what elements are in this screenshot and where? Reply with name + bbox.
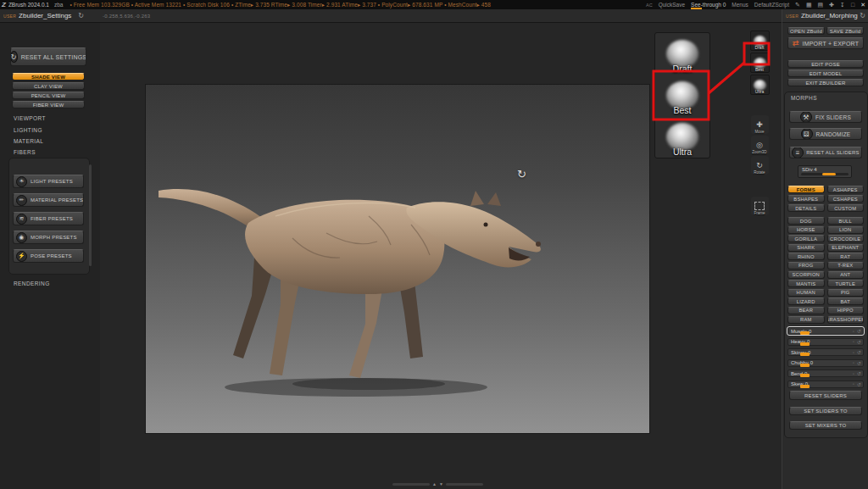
animal-frog-button[interactable]: FROG xyxy=(787,262,825,270)
animal-bat-button[interactable]: BAT xyxy=(827,297,865,305)
strip-best-button[interactable]: Best xyxy=(750,53,770,73)
animal-shark-button[interactable]: SHARK xyxy=(787,244,825,252)
left-scrollbar[interactable] xyxy=(89,164,92,266)
rotate-gizmo-icon[interactable]: ↻ xyxy=(517,168,526,181)
minimize-icon[interactable]: ↧ xyxy=(840,2,845,8)
clay-view-button[interactable]: CLAY VIEW xyxy=(12,82,85,90)
slider-dot-icon[interactable]: ◦ xyxy=(853,329,854,334)
strip-draft-button[interactable]: Draft xyxy=(750,31,770,51)
slider-handle[interactable] xyxy=(800,364,810,367)
animal-human-button[interactable]: HUMAN xyxy=(787,289,825,297)
set-mixers-to-button[interactable]: SET MIXERS TO xyxy=(789,421,862,430)
reset-sliders-button[interactable]: RESET SLIDERS xyxy=(789,391,862,400)
section-material[interactable]: MATERIAL xyxy=(14,138,43,144)
exit-zbuilder-button[interactable]: EXIT ZBUILDER xyxy=(787,79,864,86)
strip-ultra-button[interactable]: Ultra xyxy=(750,75,770,95)
section-rendering[interactable]: RENDERING xyxy=(14,281,50,286)
slider-handle[interactable] xyxy=(800,331,810,335)
category-details-button[interactable]: DETAILS xyxy=(787,204,825,212)
refresh-icon[interactable]: ↻ xyxy=(78,12,84,19)
slider-handle[interactable] xyxy=(800,342,810,346)
edit-pose-button[interactable]: EDIT POSE xyxy=(787,60,864,68)
slider-reset-icon[interactable]: ↺ xyxy=(857,349,861,355)
zscript-button[interactable]: DefaultZScript xyxy=(754,2,789,8)
quicksave-button[interactable]: QuickSave xyxy=(659,2,685,8)
animal-dog-button[interactable]: DOG xyxy=(787,217,825,225)
morph-slider-skew[interactable]: Skew 0 ◦ ↺ xyxy=(787,381,864,388)
section-fibers[interactable]: FIBERS xyxy=(14,149,36,155)
section-lighting[interactable]: LIGHTING xyxy=(14,127,42,133)
slider-dot-icon[interactable]: ◦ xyxy=(853,381,854,386)
animal-ant-button[interactable]: ANT xyxy=(827,271,865,279)
slider-reset-icon[interactable]: ↺ xyxy=(857,339,861,345)
quality-option-best[interactable]: Best xyxy=(655,75,709,116)
pencil-view-button[interactable]: PENCIL VIEW xyxy=(12,92,85,99)
morph-slider-muscle[interactable]: Muscle 0 ◦ ↺ xyxy=(787,327,864,335)
slider-reset-icon[interactable]: ↺ xyxy=(857,360,861,366)
animal-pig-button[interactable]: PIG xyxy=(827,289,865,297)
pose-presets-button[interactable]: ⚡ POSE PRESETS xyxy=(13,249,84,263)
tray-divider[interactable]: ▲ ▼ xyxy=(392,481,490,486)
edit-model-button[interactable]: EDIT MODEL xyxy=(787,69,864,77)
sdiv-slider[interactable]: SDiv 4 xyxy=(798,165,852,178)
fix-sliders-button[interactable]: ⚒ FIX SLIDERS xyxy=(789,111,862,123)
light-presets-button[interactable]: ☀ LIGHT PRESETS xyxy=(13,175,84,188)
animal-crocodile-button[interactable]: CROCODILE xyxy=(827,235,865,242)
animal-lizard-button[interactable]: LIZARD xyxy=(787,297,825,305)
slider-dot-icon[interactable]: ◦ xyxy=(853,339,854,344)
save-zbuild-button[interactable]: SAVE ZBuild xyxy=(826,27,864,35)
fiber-presets-button[interactable]: ≋ FIBER PRESETS xyxy=(13,212,84,225)
quality-option-draft[interactable]: Draft xyxy=(655,33,709,75)
menus-button[interactable]: Menus xyxy=(732,2,748,8)
animal-hippo-button[interactable]: HIPPO xyxy=(827,307,865,314)
section-viewport[interactable]: VIEWPORT xyxy=(14,115,46,121)
morph-slider-heavy[interactable]: Heavy 0 ◦ ↺ xyxy=(787,338,864,346)
frame-button[interactable]: Frame xyxy=(751,197,769,215)
animal-bull-button[interactable]: BULL xyxy=(827,217,865,225)
animal-scorpion-button[interactable]: SCORPION xyxy=(787,271,825,279)
category-bshapes-button[interactable]: BSHAPES xyxy=(787,195,825,203)
animal-turtle-button[interactable]: TURTLE xyxy=(827,280,865,287)
animal-elephant-button[interactable]: ELEPHANT xyxy=(827,244,865,252)
animal-gorilla-button[interactable]: GORILLA xyxy=(787,235,825,242)
slider-handle[interactable] xyxy=(800,385,810,388)
set-sliders-to-button[interactable]: SET SLIDERS TO xyxy=(789,407,862,415)
animal-horse-button[interactable]: HORSE xyxy=(787,226,825,234)
hand-icon[interactable]: ✚ xyxy=(829,2,834,8)
animal-rat-button[interactable]: RAT xyxy=(827,253,865,260)
tray-bar-left[interactable] xyxy=(392,483,430,486)
animal-grasshopper-button[interactable]: GRASSHOPPER xyxy=(827,316,865,324)
tray-up-icon[interactable]: ▲ xyxy=(432,482,437,486)
slider-handle[interactable] xyxy=(800,353,810,356)
see-through-slider[interactable]: See-through 0 xyxy=(691,2,726,8)
category-ashapes-button[interactable]: ASHAPES xyxy=(827,186,865,193)
material-presets-button[interactable]: ✏ MATERIAL PRESETS xyxy=(13,193,84,207)
morph-slider-chubby[interactable]: Chubby 0 ◦ ↺ xyxy=(787,359,864,367)
shade-view-button[interactable]: SHADE VIEW xyxy=(12,73,85,81)
randomize-button[interactable]: ⚄ RANDOMIZE xyxy=(789,128,862,140)
morph-slider-skinny[interactable]: Skinny 0 ◦ ↺ xyxy=(787,348,864,356)
morph-slider-bend[interactable]: Bend 0 ◦ ↺ xyxy=(787,370,864,377)
refresh-icon[interactable]: ↻ xyxy=(860,12,865,19)
slider-reset-icon[interactable]: ↺ xyxy=(857,381,861,387)
animal-trex-button[interactable]: T-REX xyxy=(827,262,865,270)
animal-mantis-button[interactable]: MANTIS xyxy=(787,280,825,287)
quality-option-ultra[interactable]: Ultra xyxy=(655,116,709,158)
tray-bar-right[interactable] xyxy=(446,483,483,486)
reset-all-sliders-button[interactable]: ≡ RESET ALL SLIDERS xyxy=(789,147,862,158)
move-tool-button[interactable]: ✚ Move xyxy=(751,115,769,134)
slider-reset-icon[interactable]: ↺ xyxy=(857,328,861,334)
close-icon[interactable]: ✕ xyxy=(860,2,865,8)
document-canvas[interactable]: ↻ xyxy=(146,85,649,433)
animal-bear-button[interactable]: BEAR xyxy=(787,307,825,314)
open-zbuild-button[interactable]: OPEN ZBuild xyxy=(787,27,825,35)
import-export-button[interactable]: ⇄ IMPORT + EXPORT xyxy=(787,37,864,49)
morph-presets-button[interactable]: ◉ MORPH PRESETS xyxy=(13,231,84,244)
animal-ram-button[interactable]: RAM xyxy=(787,316,825,324)
animal-rhino-button[interactable]: RHINO xyxy=(787,253,825,260)
zoom3d-tool-button[interactable]: ◎ Zoom3D xyxy=(751,136,769,154)
slider-reset-icon[interactable]: ↺ xyxy=(857,370,861,376)
fiber-view-button[interactable]: FIBER VIEW xyxy=(12,101,85,108)
animal-lion-button[interactable]: LION xyxy=(827,226,865,234)
slider-dot-icon[interactable]: ◦ xyxy=(853,371,854,376)
